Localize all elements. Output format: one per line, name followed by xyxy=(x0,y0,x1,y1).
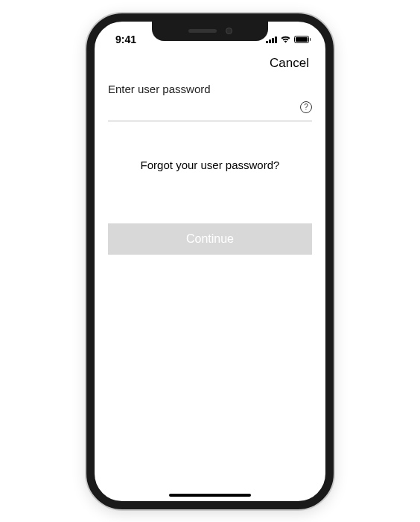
device-notch xyxy=(152,22,268,41)
status-indicators xyxy=(266,35,311,43)
password-field-label: Enter user password xyxy=(108,83,312,95)
password-input[interactable] xyxy=(108,98,300,116)
wifi-icon xyxy=(280,35,291,43)
home-indicator[interactable] xyxy=(169,494,251,497)
phone-device-frame: 9:41 Cancel Enter user password xyxy=(86,13,334,509)
password-input-row: ? xyxy=(108,98,312,121)
cellular-signal-icon xyxy=(266,36,277,43)
speaker xyxy=(188,29,217,33)
navigation-bar: Cancel xyxy=(108,50,312,83)
status-time: 9:41 xyxy=(115,34,136,45)
cancel-button[interactable]: Cancel xyxy=(270,56,309,71)
forgot-password-link[interactable]: Forgot your user password? xyxy=(108,159,312,171)
help-icon[interactable]: ? xyxy=(300,101,312,113)
screen-content: Cancel Enter user password ? Forgot your… xyxy=(95,50,325,501)
front-camera xyxy=(226,28,232,34)
battery-icon xyxy=(294,36,311,43)
continue-button[interactable]: Continue xyxy=(108,223,312,255)
